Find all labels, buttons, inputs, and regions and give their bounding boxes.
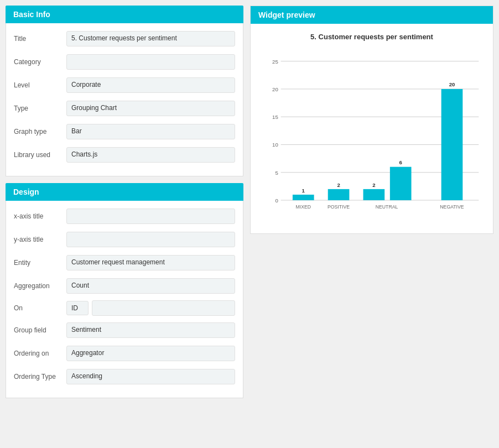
type-row: Type Grouping Chart [14,100,235,117]
svg-text:25: 25 [272,59,278,65]
design-section: Design x-axis title y-axis title Entity … [6,183,243,398]
svg-text:1: 1 [302,187,305,194]
svg-rect-15 [328,189,350,200]
ordering-type-row: Ordering Type Ascending [14,368,235,386]
x-axis-value[interactable] [66,209,235,224]
x-axis-label: x-axis title [14,212,66,220]
chart-area: 0 5 10 15 20 25 1 MIXED [259,48,484,225]
y-axis-row: y-axis title [14,231,235,248]
aggregation-value[interactable]: Count [66,278,235,294]
type-label: Type [14,105,66,112]
library-row: Library used Charts.js [14,146,235,164]
svg-text:20: 20 [449,81,455,87]
ordering-on-row: Ordering on Aggregator [14,345,235,362]
svg-text:0: 0 [275,197,278,204]
svg-text:NEGATIVE: NEGATIVE [440,204,464,210]
svg-rect-23 [441,89,463,200]
ordering-on-label: Ordering on [14,350,66,357]
basic-info-section: Basic Info Title 5. Customer requests pe… [6,6,243,176]
svg-text:2: 2 [337,182,340,188]
type-value[interactable]: Grouping Chart [66,101,235,116]
svg-text:5: 5 [275,170,278,176]
y-axis-value[interactable] [66,232,235,247]
y-axis-label: y-axis title [14,236,66,243]
svg-text:10: 10 [272,142,278,148]
title-value[interactable]: 5. Customer requests per sentiment [66,31,235,46]
level-value[interactable]: Corporate [66,77,235,93]
right-panel: Widget preview 5. Customer requests per … [250,6,493,442]
category-row: Category [14,53,235,71]
svg-rect-12 [293,195,314,200]
group-field-row: Group field Sentiment [14,321,235,339]
svg-text:15: 15 [272,114,278,120]
on-row: On ID [14,300,235,316]
library-label: Library used [14,151,66,159]
graph-type-row: Graph type Bar [14,123,235,140]
on-tag: ID [66,301,89,315]
group-field-value[interactable]: Sentiment [66,322,235,338]
chart-title: 5. Customer requests per sentiment [259,33,484,41]
left-panel: Basic Info Title 5. Customer requests pe… [6,6,243,442]
ordering-type-label: Ordering Type [14,373,66,381]
chart-svg: 0 5 10 15 20 25 1 MIXED [259,48,484,225]
svg-rect-18 [363,189,385,200]
level-label: Level [14,81,66,89]
svg-text:2: 2 [372,182,375,188]
graph-type-label: Graph type [14,128,66,136]
aggregation-label: Aggregation [14,282,66,290]
svg-text:NEUTRAL: NEUTRAL [376,204,398,210]
design-header: Design [6,183,243,201]
chart-container: 5. Customer requests per sentiment 0 [251,24,493,233]
svg-text:20: 20 [272,86,278,92]
widget-preview-header: Widget preview [251,6,493,24]
level-row: Level Corporate [14,76,235,94]
library-value[interactable]: Charts.js [66,147,235,163]
group-field-label: Group field [14,326,66,334]
entity-row: Entity Customer request management [14,254,235,272]
svg-text:6: 6 [399,159,403,165]
entity-value[interactable]: Customer request management [66,255,235,270]
category-label: Category [14,58,66,66]
svg-text:POSITIVE: POSITIVE [328,204,350,210]
svg-rect-20 [390,167,412,200]
graph-type-value[interactable]: Bar [66,124,235,139]
title-label: Title [14,35,66,43]
ordering-type-value[interactable]: Ascending [66,369,235,384]
basic-info-header: Basic Info [6,6,243,23]
design-body: x-axis title y-axis title Entity Custome… [6,201,243,398]
aggregation-row: Aggregation Count [14,277,235,295]
widget-preview-section: Widget preview 5. Customer requests per … [250,6,493,234]
x-axis-row: x-axis title [14,207,235,225]
on-label: On [14,304,66,312]
svg-text:MIXED: MIXED [296,204,311,210]
category-value[interactable] [66,54,235,70]
on-input[interactable] [92,300,235,316]
entity-label: Entity [14,259,66,267]
ordering-on-value[interactable]: Aggregator [66,346,235,361]
basic-info-body: Title 5. Customer requests per sentiment… [6,23,243,176]
title-row: Title 5. Customer requests per sentiment [14,30,235,48]
